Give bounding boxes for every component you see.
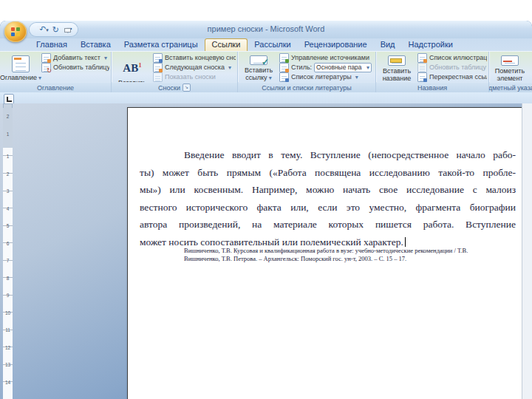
- bibliography-button[interactable]: Список литературы: [279, 72, 374, 81]
- paragraph-line: автора произведений, на материале которы…: [140, 216, 516, 233]
- ribbon-group-citations: Вставить ссылку Управление источниками С…: [238, 52, 376, 92]
- insert-footnote-button[interactable]: AB1 Вставить сноску: [114, 53, 151, 82]
- group-label-toc: Оглавление: [0, 82, 111, 92]
- tab-vstavka[interactable]: Вставка: [74, 38, 117, 51]
- toc-button[interactable]: Оглавление: [2, 53, 39, 82]
- manage-sources-button[interactable]: Управление источниками: [279, 53, 374, 62]
- insert-table-of-figures-button[interactable]: Список иллюстраций: [417, 53, 487, 62]
- document-page[interactable]: Введение вводит в тему. Вступление (непо…: [127, 107, 522, 399]
- window-title: пример сноски - Microsoft Word: [0, 24, 532, 33]
- footnote-text[interactable]: Вишниченко, Т.В. Курсовая и квалификацио…: [184, 247, 500, 262]
- paragraph-line: мы») или косвенным. Например, можно нача…: [140, 181, 516, 199]
- ribbon: Оглавление Добавить текст Обновить табли…: [0, 51, 532, 93]
- manage-sources-icon: [279, 53, 289, 63]
- add-text-button[interactable]: Добавить текст: [41, 53, 109, 62]
- tab-ssylki[interactable]: Ссылки: [205, 38, 248, 51]
- mark-entry-icon: [501, 55, 519, 66]
- mark-entry-button[interactable]: Пометить элемент: [491, 53, 528, 82]
- scrollbar-track[interactable]: [522, 103, 532, 399]
- tab-stop-icon: [7, 97, 12, 102]
- show-notes-button: Показать сноски: [152, 72, 236, 81]
- title-bar: ↶▾ ↻ ▬▾ пример сноски - Microsoft Word: [0, 21, 532, 38]
- paragraph-line: ты) может быть прямым («Работа посвящена…: [140, 164, 516, 182]
- cross-reference-icon: [417, 72, 427, 82]
- update-captions-table-button: Обновить таблицу: [417, 63, 487, 72]
- tab-razmetka[interactable]: Разметка страницы: [117, 38, 205, 51]
- insert-citation-button[interactable]: Вставить ссылку: [240, 53, 277, 82]
- horizontal-ruler-row: [0, 92, 532, 103]
- bibliography-style-select[interactable]: Основные пара: [314, 63, 372, 72]
- word-window: ↶▾ ↻ ▬▾ пример сноски - Microsoft Word Г…: [0, 21, 532, 399]
- vertical-ruler[interactable]: 21 1234567891011121314: [3, 103, 13, 399]
- footnote-line: Вишниченко, Т.В. Курсовая и квалификацио…: [184, 247, 500, 255]
- insert-citation-icon: [250, 55, 267, 65]
- office-button[interactable]: [4, 21, 27, 42]
- group-label-footnotes: Сноски ↘: [112, 82, 237, 92]
- ribbon-group-toc: Оглавление Добавить текст Обновить табли…: [0, 52, 112, 92]
- ribbon-group-captions: Вставить название Список иллюстраций Обн…: [376, 52, 489, 92]
- group-label-captions: Названия: [376, 82, 488, 92]
- footnote-ab1-icon: AB1: [123, 55, 141, 78]
- document-workspace: 21 1234567891011121314 Введение вводит в…: [0, 103, 532, 399]
- bibliography-icon: [279, 72, 289, 82]
- ribbon-group-footnotes: AB1 Вставить сноску Вставить концевую сн…: [112, 52, 238, 92]
- insert-endnote-icon: [153, 53, 163, 63]
- next-footnote-icon: [153, 63, 163, 72]
- update-toc-button[interactable]: Обновить таблицу: [41, 63, 109, 72]
- illustrations-list-icon: [417, 53, 427, 63]
- style-row: Стиль: Основные пара: [279, 63, 374, 72]
- body-paragraph[interactable]: Введение вводит в тему. Вступление (непо…: [140, 146, 516, 250]
- tab-glavnaya[interactable]: Главная: [30, 38, 74, 51]
- insert-endnote-button[interactable]: Вставить концевую сноску: [152, 53, 236, 62]
- insert-caption-icon: [388, 55, 406, 66]
- paragraph-line: Введение вводит в тему. Вступление (непо…: [140, 146, 516, 164]
- footnote-line: Вишниченко, Т.В. Петрова. – Архангельск:…: [184, 255, 500, 263]
- style-icon: [279, 63, 289, 72]
- tab-vid[interactable]: Вид: [374, 38, 402, 51]
- tab-recenzirovanie[interactable]: Рецензирование: [298, 38, 374, 51]
- ribbon-tab-row: Главная Вставка Разметка страницы Ссылки…: [0, 38, 532, 51]
- show-notes-icon: [153, 72, 163, 82]
- insert-caption-button[interactable]: Вставить название: [378, 53, 415, 82]
- tab-selector-button[interactable]: [4, 94, 14, 104]
- ruler-text-zone: 1234567891011121314: [3, 148, 13, 399]
- ribbon-group-index: Пометить элемент Предметный указатель: [489, 52, 532, 92]
- toc-icon: [12, 55, 30, 72]
- update-table-icon: [417, 63, 427, 72]
- group-label-index: Предметный указатель: [489, 82, 532, 92]
- tab-rassylki[interactable]: Рассылки: [248, 38, 297, 51]
- update-table-icon: [41, 63, 51, 72]
- tab-nadstroyki[interactable]: Надстройки: [402, 38, 460, 51]
- add-text-icon: [41, 53, 51, 63]
- footnotes-dialog-launcher[interactable]: ↘: [183, 83, 191, 92]
- ruler-margin-zone: 21: [3, 108, 13, 148]
- cross-reference-button[interactable]: Перекрестная ссылка: [417, 72, 487, 81]
- group-label-citations: Ссылки и списки литературы: [238, 82, 375, 92]
- paragraph-line: вестного исторического факта или, если э…: [140, 199, 516, 216]
- office-logo-icon: [11, 27, 20, 36]
- next-footnote-button[interactable]: Следующая сноска: [152, 63, 236, 72]
